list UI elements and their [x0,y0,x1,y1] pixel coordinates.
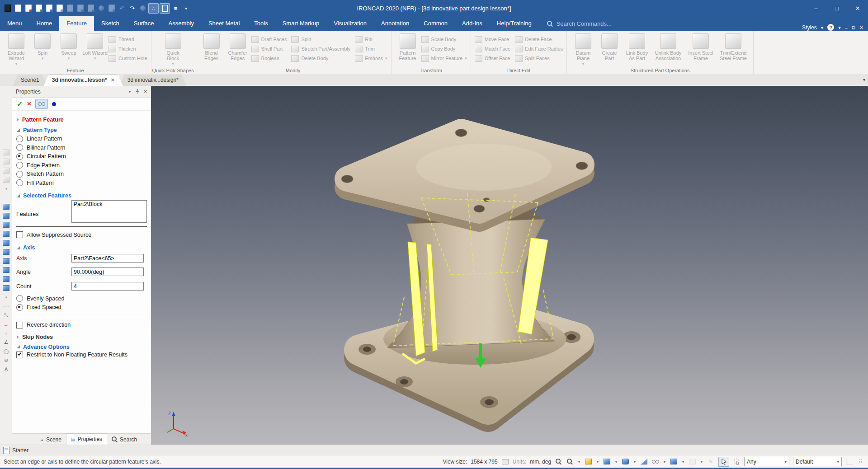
delete-body-button[interactable]: Delete Body [291,54,350,62]
selection-filter-dropdown[interactable]: Any [744,457,789,466]
extrude-shape-icon[interactable] [2,158,10,165]
facet-display-icon[interactable] [640,458,648,465]
tab-tools[interactable]: Tools [247,16,275,31]
tab-common[interactable]: Common [416,16,455,31]
sketch-shape-icon[interactable] [2,149,10,156]
panel-tab-properties[interactable]: Properties [66,433,107,445]
close-tab-icon[interactable] [111,75,115,86]
angle-input[interactable] [71,267,144,276]
unlink-body-association-button[interactable]: Unlink Body Association [652,32,684,66]
offset-face-button[interactable]: Offset Face [475,54,510,62]
render-sphere-icon[interactable] [138,4,147,13]
save-icon[interactable] [75,4,85,13]
cone-shape-icon[interactable] [2,276,10,282]
shell-part-button[interactable]: Shell Part [251,45,287,53]
snap-points-toggle-icon[interactable] [148,3,159,14]
tab-menu[interactable]: Menu [0,16,29,31]
delete-face-button[interactable]: Delete Face [515,35,563,43]
styles-caret-icon[interactable] [821,24,824,31]
import-icon[interactable] [34,4,43,13]
camera-caret-icon[interactable] [633,458,637,465]
chamfer-edges-button[interactable]: Chamfer Edges [225,32,250,66]
find-icon[interactable] [107,4,116,13]
minimize-button[interactable] [806,0,826,16]
tab-sheet-metal[interactable]: Sheet Metal [201,16,247,31]
glasses-preview-icon[interactable] [651,458,659,465]
print-icon[interactable] [65,4,75,13]
spin-button[interactable]: Spin [30,32,55,66]
customize-list-icon[interactable] [171,4,180,13]
split-button[interactable]: Split [291,35,350,43]
units-value[interactable]: mm, deg [530,459,551,465]
expander-expanded-icon[interactable] [17,129,20,132]
tab-feature[interactable]: Feature [59,16,94,31]
export-icon[interactable] [44,4,54,13]
datum-plane-button[interactable]: Datum Plane [571,32,596,66]
yellow-block-display-icon[interactable] [585,458,592,465]
maximize-button[interactable] [826,0,847,16]
link-icon[interactable] [96,4,106,13]
tab-add-ins[interactable]: Add-Ins [455,16,490,31]
zoom-window-icon[interactable] [566,458,574,465]
styles-button[interactable]: Styles [802,24,817,31]
shaded-block-display-icon[interactable] [603,458,611,465]
match-face-button[interactable]: Match Face [475,45,510,53]
drag-handle-icon[interactable] [2,194,10,201]
tab-surface[interactable]: Surface [127,16,161,31]
drag-handle-icon[interactable] [2,303,10,310]
new-scene-icon[interactable] [13,4,23,13]
radio-linear-pattern[interactable]: Linear Pattern [16,136,151,142]
doc-minimize-icon[interactable] [845,24,848,31]
trim-button[interactable]: Trim [355,45,387,53]
thread-button[interactable]: Thread [108,35,147,43]
restrict-checkbox[interactable]: Restrict to Non-Floating Feature Results [16,352,151,358]
help-caret-icon[interactable] [838,24,841,31]
hole-block-shape-icon[interactable] [2,221,10,228]
allow-suppressed-checkbox[interactable]: Allow Suppressed Source [16,231,151,238]
thicken-button[interactable]: Thicken [108,45,147,53]
link-body-as-part-button[interactable]: Link Body As Part [623,32,651,66]
draft-faces-button[interactable]: Draft Faces [251,35,287,43]
extrude-wizard-button[interactable]: Extrude Wizard [4,32,29,66]
measure-width-icon[interactable] [2,321,10,328]
camera-view-icon[interactable] [622,458,629,465]
move-face-button[interactable]: Move Face [475,35,510,43]
shelled-block-shape-icon[interactable] [2,258,10,264]
text-tool-icon[interactable] [2,366,10,373]
expander-expanded-icon[interactable] [17,194,20,197]
rib-button[interactable]: Rib [355,35,387,43]
box-select-icon[interactable] [733,458,741,465]
starter-tab[interactable]: Starter [12,447,28,454]
loft-wizard-button[interactable]: Loft Wizard [82,32,108,66]
tab-sketch[interactable]: Sketch [94,16,127,31]
radio-fill-pattern[interactable]: Fill Pattern [16,179,151,186]
expander-collapsed-icon[interactable] [17,335,19,339]
paint-style-icon[interactable] [707,458,715,465]
save-as-icon[interactable] [86,4,95,13]
sphere-shape-icon[interactable] [2,285,10,291]
close-button[interactable] [847,0,868,16]
collapse-arrow-icon[interactable] [2,294,10,300]
command-search[interactable] [547,16,625,31]
boolean-button[interactable]: Boolean [251,54,287,62]
wedge-shape-icon[interactable] [2,249,10,255]
circle-tool-icon[interactable] [2,348,10,355]
radio-sketch-pattern[interactable]: Sketch Pattern [16,171,151,178]
zoom-options-caret-icon[interactable] [577,458,581,465]
structure-tree-icon[interactable] [845,458,853,465]
redo-icon[interactable] [127,4,137,13]
radio-evenly-spaced[interactable]: Evenly Spaced [16,295,151,302]
trim-extend-steel-frame-button[interactable]: Trim/Extend Steel Frame [717,32,750,66]
mirror-feature-button[interactable]: Mirror Feature [421,54,467,62]
hole-cylinder-shape-icon[interactable] [2,230,10,237]
window-layout-toggle-icon[interactable] [160,3,170,14]
features-list[interactable]: Part2\Block [71,200,147,223]
radio-circular-pattern[interactable]: Circular Pattern [16,153,151,160]
tab-visualization[interactable]: Visualization [326,16,374,31]
qat-more-icon[interactable] [181,4,191,13]
expander-collapsed-icon[interactable] [17,118,19,122]
slab-shape-icon[interactable] [2,239,10,246]
panel-tab-search[interactable]: Search [107,434,142,445]
tab-annotation[interactable]: Annotation [374,16,416,31]
tab-assembly[interactable]: Assembly [161,16,201,31]
